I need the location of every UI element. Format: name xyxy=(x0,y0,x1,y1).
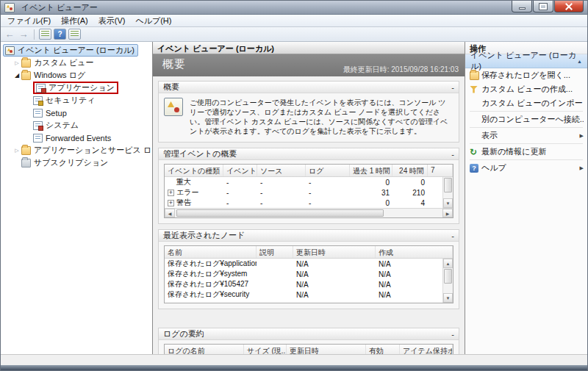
action-help[interactable]: ? ヘルプ ▶ xyxy=(465,161,587,175)
collapse-icon[interactable]: - xyxy=(451,150,454,159)
scroll-down-icon[interactable]: ▼ xyxy=(443,198,453,208)
scrollbar-thumb[interactable] xyxy=(444,269,452,284)
scrollbar-track[interactable] xyxy=(443,193,453,198)
forward-icon[interactable]: → xyxy=(18,29,29,40)
vertical-scrollbar[interactable]: ▼ xyxy=(442,177,453,208)
table-row-warning[interactable]: +警告 - - - 0 4 xyxy=(165,198,442,208)
scroll-right-icon[interactable]: ▶ xyxy=(442,209,453,217)
action-view[interactable]: 表示 ▶ xyxy=(465,129,587,143)
table-row[interactable]: 保存されたログ¥105427 N/A N/A xyxy=(165,279,442,289)
event-id-cell: - xyxy=(223,189,257,197)
console-tree-icon[interactable] xyxy=(68,29,81,40)
collapse-icon[interactable]: - xyxy=(451,231,454,240)
column-header[interactable]: 作成 xyxy=(376,246,453,258)
menu-help[interactable]: ヘルプ(H) xyxy=(130,15,176,27)
action-refresh[interactable]: ↻ 最新の情報に更新 xyxy=(465,145,587,159)
section-admin-events-header[interactable]: 管理イベントの概要 - xyxy=(159,148,459,160)
column-header[interactable]: ログ xyxy=(306,165,350,176)
column-header[interactable]: 24 時間 xyxy=(392,165,428,176)
scrollbar-track[interactable] xyxy=(385,209,442,217)
toolbar: ← → ? xyxy=(1,27,587,42)
tree-item-forwarded-events[interactable]: Forwarded Events xyxy=(1,132,152,144)
title-bar: イベント ビューアー xyxy=(1,1,587,15)
scroll-left-icon[interactable]: ◀ xyxy=(165,209,175,217)
created-cell: N/A xyxy=(376,260,442,268)
column-header[interactable]: イベント ID xyxy=(223,165,257,176)
column-header[interactable]: 7 xyxy=(428,165,453,176)
section-log-summary: ログの要約 - ログの名前 サイズ (現.. 更新日時 有効 アイテム保持ポリシ… xyxy=(158,328,459,354)
section-title: 管理イベントの概要 xyxy=(163,148,237,159)
action-create-custom-view[interactable]: カスタム ビューの作成... xyxy=(465,82,587,96)
horizontal-scrollbar[interactable]: ◀ ▶ xyxy=(165,208,453,217)
chevron-right-icon[interactable]: ▷ xyxy=(12,60,21,66)
console-window-icon[interactable] xyxy=(39,29,51,40)
table-row[interactable]: 保存されたログ¥application N/A N/A xyxy=(165,259,442,269)
action-connect-another-computer[interactable]: 別のコンピューターへ接続... xyxy=(465,112,587,126)
scrollbar-track[interactable] xyxy=(443,284,453,293)
column-header[interactable]: 過去 1 時間 xyxy=(350,165,392,176)
collapse-icon[interactable]: - xyxy=(451,83,454,92)
table-row-error[interactable]: +エラー - - - 31 210 xyxy=(165,187,442,198)
apps-services-folder-icon xyxy=(21,146,31,155)
tree-item-system[interactable]: システム xyxy=(1,119,152,132)
event-viewer-app-icon xyxy=(4,3,15,12)
section-recent-nodes-header[interactable]: 最近表示されたノード - xyxy=(159,230,459,242)
tree-item-application[interactable]: アプリケーション xyxy=(1,82,152,94)
modified-cell: N/A xyxy=(293,270,376,278)
scrollbar-thumb[interactable] xyxy=(444,178,452,192)
scrollbar-thumb[interactable] xyxy=(176,209,384,217)
expand-plus-icon[interactable]: + xyxy=(168,200,174,206)
tree-item-custom-views[interactable]: ▷ カスタム ビュー xyxy=(1,57,152,69)
tree-item-setup[interactable]: Setup xyxy=(1,107,152,119)
collapse-up-icon[interactable]: ▲ xyxy=(577,59,582,64)
column-header[interactable]: サイズ (現.. xyxy=(244,345,287,354)
forwarded-events-log-icon xyxy=(33,134,43,143)
console-tree: イベント ビューアー (ローカル) ▷ カスタム ビュー ◢ Windows ロ… xyxy=(1,42,152,354)
close-button[interactable] xyxy=(554,1,584,12)
maximize-icon xyxy=(539,4,547,10)
help-toolbar-icon[interactable]: ? xyxy=(54,29,66,40)
expand-plus-icon[interactable]: + xyxy=(168,190,174,196)
action-open-saved-log[interactable]: 保存されたログを開く... xyxy=(465,68,587,82)
back-icon[interactable]: ← xyxy=(4,29,15,40)
tree-item-event-viewer-local[interactable]: イベント ビューアー (ローカル) xyxy=(1,44,152,57)
column-header[interactable]: ログの名前 xyxy=(165,345,244,354)
section-log-summary-header[interactable]: ログの要約 - xyxy=(159,328,459,340)
red-annotation-box: アプリケーション xyxy=(33,82,118,94)
tree-item-subscriptions[interactable]: サブスクリプション xyxy=(1,156,152,169)
action-import-custom-view[interactable]: カスタム ビューのインポート... xyxy=(465,96,587,110)
status-bar xyxy=(1,354,587,365)
chevron-right-icon[interactable]: ▷ xyxy=(12,148,21,154)
column-header[interactable]: イベントの種類 xyxy=(165,165,223,176)
vertical-scrollbar[interactable]: ▲ ▼ xyxy=(442,259,453,303)
column-header[interactable]: 更新日時 xyxy=(287,345,366,354)
section-summary-header[interactable]: 概要 - xyxy=(159,82,459,93)
menu-action[interactable]: 操作(A) xyxy=(56,15,93,27)
menu-view[interactable]: 表示(V) xyxy=(93,15,131,27)
table-row-critical[interactable]: 重大 - - - 0 0 xyxy=(165,177,442,187)
scroll-up-icon[interactable]: ▲ xyxy=(443,259,453,268)
event-type: エラー xyxy=(176,187,198,198)
event-type: 警告 xyxy=(176,198,191,208)
scroll-down-icon[interactable]: ▼ xyxy=(443,293,453,303)
column-header[interactable]: 説明 xyxy=(257,246,293,258)
tree-item-label: システム xyxy=(46,120,79,131)
section-gap xyxy=(158,314,459,328)
column-header[interactable]: 名前 xyxy=(165,246,257,258)
column-header[interactable]: アイテム保持ポリシ.. xyxy=(400,345,453,354)
maximize-button[interactable] xyxy=(533,1,553,12)
tree-item-apps-services-logs[interactable]: ▷ アプリケーションとサービス ログ xyxy=(1,144,152,156)
tree-item-security[interactable]: セキュリティ xyxy=(1,94,152,107)
collapse-icon[interactable]: - xyxy=(451,330,454,339)
table-row[interactable]: 保存されたログ¥security N/A N/A xyxy=(165,289,442,300)
minimize-button[interactable] xyxy=(512,1,532,12)
subscriptions-icon xyxy=(21,159,31,168)
column-header[interactable]: 有効 xyxy=(366,345,400,354)
tree-item-windows-logs[interactable]: ◢ Windows ログ xyxy=(1,69,152,82)
actions-group-header[interactable]: イベント ビューアー (ローカル) ▲ xyxy=(465,54,587,68)
column-header[interactable]: ソース xyxy=(257,165,306,176)
table-row[interactable]: 保存されたログ¥system N/A N/A xyxy=(165,269,442,279)
menu-file[interactable]: ファイル(F) xyxy=(2,15,56,27)
chevron-expanded-icon[interactable]: ◢ xyxy=(12,72,21,79)
column-header[interactable]: 更新日時 xyxy=(293,246,376,258)
